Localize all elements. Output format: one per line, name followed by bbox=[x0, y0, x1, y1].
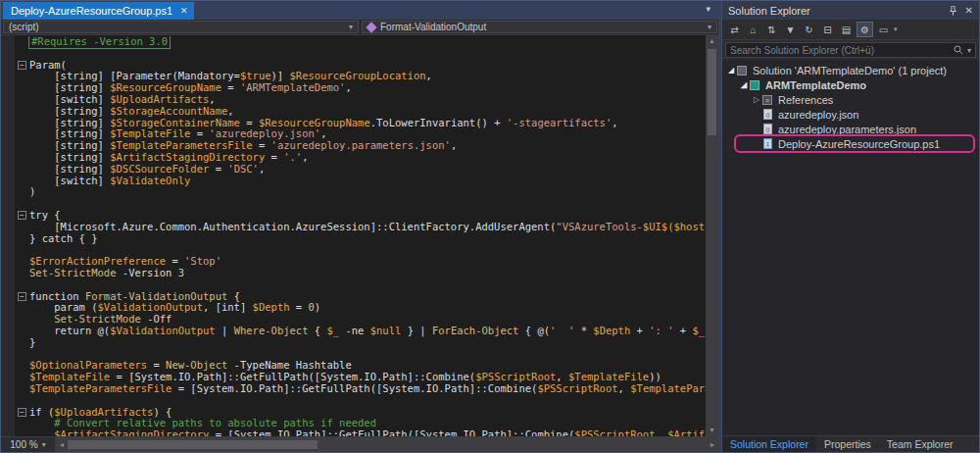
code-text: $ArtifactStagingDirectory = [System.IO.P… bbox=[29, 429, 706, 436]
tree-item-label: References bbox=[778, 94, 833, 106]
tool-window-tab-bar: Solution ExplorerPropertiesTeam Explorer bbox=[722, 435, 979, 452]
code-line: param ($ValidationOutput, [int] $Depth =… bbox=[15, 302, 706, 314]
expander-expanded-icon[interactable]: ◢ bbox=[739, 80, 749, 89]
scope-dropdown[interactable]: (script) ▾ bbox=[3, 21, 359, 33]
json-file-icon: {} bbox=[762, 109, 774, 121]
fold-margin bbox=[15, 244, 29, 256]
solution-icon bbox=[737, 65, 749, 76]
fold-margin bbox=[15, 48, 29, 60]
vertical-scrollbar[interactable]: ▴ ▾ bbox=[706, 35, 718, 436]
fold-collapse-icon[interactable]: − bbox=[15, 60, 29, 72]
home-icon[interactable]: ⌂ bbox=[745, 22, 761, 37]
zoom-control[interactable]: 100 % ▾ bbox=[1, 437, 56, 452]
fold-margin bbox=[15, 256, 29, 268]
code-line: $TemplateFile = [System.IO.Path]::GetFul… bbox=[15, 372, 706, 383]
pending-changes-filter-icon[interactable]: ▼ bbox=[782, 22, 799, 37]
chevron-down-icon: ▾ bbox=[349, 23, 353, 31]
tree-item-deploy-azureresourcegroup-ps1[interactable]: 1Deploy-AzureResourceGroup.ps1 bbox=[722, 136, 979, 151]
properties-icon[interactable]: ⚙ bbox=[857, 22, 873, 37]
code-line bbox=[15, 395, 706, 407]
fold-margin bbox=[15, 106, 29, 118]
tree-item-azuredeploy-parameters-json[interactable]: {}azuredeploy.parameters.json bbox=[722, 122, 979, 136]
code-line: −if ($UploadArtifacts) { bbox=[15, 407, 706, 419]
tab-deploy-azureresourcegroup-ps1[interactable]: Deploy-AzureResourceGroup.ps1 ✕ bbox=[3, 2, 194, 20]
code-line: # Convert relative paths to absolute pat… bbox=[15, 418, 706, 429]
breakpoint-margin[interactable] bbox=[1, 35, 15, 436]
bottom-tab-team-explorer[interactable]: Team Explorer bbox=[879, 436, 961, 452]
search-input[interactable] bbox=[730, 45, 954, 56]
toolbar-overflow-caret-icon[interactable]: ▾ bbox=[894, 25, 898, 33]
close-tab-icon[interactable]: ✕ bbox=[180, 6, 188, 16]
member-dropdown[interactable]: Format-ValidationOutput ▾ bbox=[362, 21, 717, 33]
chevron-down-icon: ▾ bbox=[708, 23, 711, 31]
expander-expanded-icon[interactable]: ◢ bbox=[726, 66, 736, 75]
code-line: [string] $TemplateParametersFile = 'azur… bbox=[15, 140, 706, 152]
tree-item-label: Deploy-AzureResourceGroup.ps1 bbox=[778, 138, 940, 150]
switch-views-icon[interactable]: ⇅ bbox=[763, 22, 780, 37]
code-line bbox=[15, 48, 706, 60]
collapse-all-icon[interactable]: ⊟ bbox=[819, 22, 836, 37]
code-line: −Param( bbox=[15, 60, 706, 72]
horizontal-scrollbar-thumb[interactable] bbox=[68, 440, 318, 449]
references-icon: ≡ bbox=[762, 94, 774, 106]
chevron-down-icon[interactable]: ▾ bbox=[967, 46, 971, 55]
scroll-up-icon[interactable]: ▴ bbox=[710, 35, 713, 47]
scroll-down-icon[interactable]: ▾ bbox=[710, 425, 713, 436]
code-text: #Requires -Version 3.0 bbox=[29, 36, 170, 48]
document-list-caret-icon[interactable]: ▾ bbox=[706, 4, 710, 14]
fold-margin bbox=[15, 118, 29, 129]
pin-icon[interactable] bbox=[949, 6, 957, 16]
fold-margin bbox=[15, 94, 29, 106]
code-text bbox=[29, 198, 706, 210]
tree-item-armtemplatedemo[interactable]: ◢ARMTemplateDemo bbox=[722, 77, 979, 92]
fold-margin bbox=[15, 372, 29, 383]
editor-column: Deploy-AzureResourceGroup.ps1 ✕ ▾ (scrip… bbox=[1, 1, 718, 452]
search-box[interactable]: ▾ bbox=[725, 42, 976, 58]
fold-collapse-icon[interactable]: − bbox=[15, 407, 29, 419]
fold-margin bbox=[15, 268, 29, 279]
solution-explorer-panel: Solution Explorer ✕ ⇄⌂⇅▼↻⊟▤⚙▭▾ ▾ ◢Soluti… bbox=[721, 1, 979, 452]
sync-with-active-document-icon[interactable]: ⇄ bbox=[726, 22, 743, 37]
scope-dropdown-label: (script) bbox=[9, 22, 39, 32]
preview-selected-items-icon[interactable]: ▭ bbox=[875, 22, 892, 37]
search-icon[interactable] bbox=[954, 45, 963, 55]
code-text: try { bbox=[29, 210, 706, 222]
member-dropdown-label: Format-ValidationOutput bbox=[380, 22, 486, 32]
code-line: #Requires -Version 3.0 bbox=[15, 36, 706, 48]
show-all-files-icon[interactable]: ▤ bbox=[838, 22, 855, 37]
scroll-left-icon[interactable]: ◂ bbox=[56, 440, 68, 449]
close-panel-icon[interactable]: ✕ bbox=[965, 5, 973, 16]
scroll-right-icon[interactable]: ▸ bbox=[707, 440, 718, 449]
code-line: [switch] $UploadArtifacts, bbox=[15, 94, 706, 106]
code-text: [string] $ResourceGroupName = 'ARMTempla… bbox=[29, 82, 706, 94]
tree-item-azuredeploy-json[interactable]: {}azuredeploy.json bbox=[722, 107, 979, 122]
horizontal-scrollbar[interactable]: ◂ ▸ bbox=[56, 437, 718, 452]
code-text: [string] $StorageContainerName = $Resour… bbox=[29, 118, 706, 129]
fold-margin bbox=[15, 222, 29, 233]
bottom-tab-solution-explorer[interactable]: Solution Explorer bbox=[722, 436, 816, 452]
tree-item-label: azuredeploy.parameters.json bbox=[778, 124, 916, 135]
code-line: $ArtifactStagingDirectory = [System.IO.P… bbox=[15, 429, 706, 436]
code-line: −try { bbox=[15, 210, 706, 222]
code-editor[interactable]: #Requires -Version 3.0−Param( [string] [… bbox=[1, 35, 718, 436]
code-text: function Format-ValidationOutput { bbox=[29, 291, 706, 303]
editor-bottom-bar: 100 % ▾ ◂ ▸ bbox=[1, 436, 718, 452]
refresh-icon[interactable]: ↻ bbox=[801, 22, 817, 37]
fold-collapse-icon[interactable]: − bbox=[15, 291, 29, 303]
tree-item-solution-armtemplatedemo-1-project[interactable]: ◢Solution 'ARMTemplateDemo' (1 project) bbox=[722, 63, 979, 77]
code-line: [string] $StorageAccountName, bbox=[15, 106, 706, 118]
code-text: [Microsoft.Azure.Common.Authentication.A… bbox=[29, 222, 706, 233]
vertical-scrollbar-thumb[interactable] bbox=[708, 49, 716, 135]
tree-item-references[interactable]: ▷≡References bbox=[722, 92, 979, 107]
code-text: Set-StrictMode -Off bbox=[29, 314, 706, 326]
expander-collapsed-icon[interactable]: ▷ bbox=[752, 95, 761, 104]
fold-margin bbox=[15, 326, 29, 337]
bottom-tab-properties[interactable]: Properties bbox=[816, 436, 879, 452]
code-text: if ($UploadArtifacts) { bbox=[29, 407, 706, 419]
fold-collapse-icon[interactable]: − bbox=[15, 210, 29, 222]
fold-margin bbox=[15, 164, 29, 176]
code-line: Set-StrictMode -Off bbox=[15, 314, 706, 326]
code-text: $OptionalParameters = New-Object -TypeNa… bbox=[29, 360, 706, 372]
fold-margin bbox=[15, 186, 29, 198]
code-text: } catch { } bbox=[29, 233, 706, 245]
